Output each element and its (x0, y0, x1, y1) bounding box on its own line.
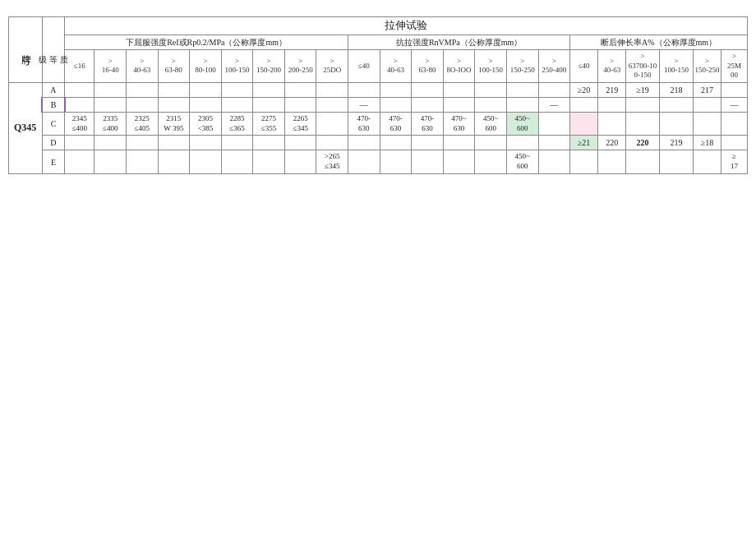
B-y4 (158, 97, 190, 112)
C-y1: 2345≤400 (65, 112, 94, 135)
quality-header: 质等级 (42, 17, 64, 83)
E-e6: ≥17 (721, 150, 747, 173)
A-y5 (190, 82, 222, 97)
C-t1: 470-630 (348, 112, 380, 135)
E-t4 (443, 150, 475, 173)
tensile-col-1: ≤40 (348, 49, 380, 82)
elong-col-4: >100-150 (660, 49, 694, 82)
B-e2 (598, 97, 626, 112)
C-y7: 2275≤355 (253, 112, 285, 135)
B-y7 (253, 97, 285, 112)
B-e1 (570, 97, 598, 112)
quality-D: D (42, 136, 64, 150)
A-t4 (443, 82, 475, 97)
C-e1 (570, 112, 598, 135)
E-e1 (570, 150, 598, 173)
quality-E: E (42, 150, 64, 173)
yield-col-7: >150-200 (253, 49, 285, 82)
D-y8 (284, 136, 316, 150)
B-y2 (94, 97, 127, 112)
B-y3 (126, 97, 158, 112)
elong-col-3: >63700-100-150 (626, 49, 660, 82)
E-y7 (253, 150, 285, 173)
B-t2 (380, 97, 412, 112)
elong-col-5: >150-250 (693, 49, 721, 82)
A-e3: ≥19 (626, 82, 660, 97)
D-t6 (506, 136, 538, 150)
E-e3 (626, 150, 660, 173)
C-e5 (693, 112, 721, 135)
E-t5 (475, 150, 507, 173)
C-y9 (316, 112, 348, 135)
elong-col-2: >40-63 (598, 49, 626, 82)
B-e4 (660, 97, 694, 112)
elong-col-1: ≤40 (570, 49, 598, 82)
B-y6 (221, 97, 253, 112)
E-y3 (126, 150, 158, 173)
D-y3 (126, 136, 158, 150)
A-y7 (253, 82, 285, 97)
A-t6 (506, 82, 538, 97)
tensile-col-7: >250-400 (538, 49, 570, 82)
D-t3 (412, 136, 444, 150)
E-t6: 450~600 (506, 150, 538, 173)
B-e3 (626, 97, 660, 112)
tensile-col-6: >150-250 (506, 49, 538, 82)
A-y2 (94, 82, 127, 97)
D-y4 (158, 136, 190, 150)
yield-col-5: >80-100 (190, 49, 222, 82)
E-y6 (221, 150, 253, 173)
C-t2: 470-630 (380, 112, 412, 135)
E-e2 (598, 150, 626, 173)
D-e3: 220 (626, 136, 660, 150)
E-y2 (94, 150, 127, 173)
tensile-col-4: >8O-IOO (443, 49, 475, 82)
B-y5 (190, 97, 222, 112)
yield-col-9: >25DO (316, 49, 348, 82)
yield-col-4: >63-80 (158, 49, 190, 82)
E-y4 (158, 150, 190, 173)
C-y6: 2285≤365 (221, 112, 253, 135)
A-e6 (721, 82, 747, 97)
tensile-col-2: >40-63 (380, 49, 412, 82)
E-y9: >265≤345 (316, 150, 348, 173)
B-t3 (412, 97, 444, 112)
D-t5 (475, 136, 507, 150)
E-t7 (538, 150, 570, 173)
A-y1 (65, 82, 94, 97)
D-t2 (380, 136, 412, 150)
C-y8: 2265≤345 (284, 112, 316, 135)
B-t1: — (348, 97, 380, 112)
A-y6 (221, 82, 253, 97)
C-e3 (626, 112, 660, 135)
A-e2: 219 (598, 82, 626, 97)
C-y2: 2335≤400 (94, 112, 127, 135)
D-y6 (221, 136, 253, 150)
yield-col-3: >40-63 (126, 49, 158, 82)
tensile-col-5: >100-150 (475, 49, 507, 82)
C-t3: 470-630 (412, 112, 444, 135)
B-t6 (506, 97, 538, 112)
A-y4 (158, 82, 190, 97)
quality-B: B (42, 97, 64, 112)
C-y5: 2305<385 (190, 112, 222, 135)
yield-col-2: >16-40 (94, 49, 127, 82)
D-y5 (190, 136, 222, 150)
D-t1 (348, 136, 380, 150)
A-t5 (475, 82, 507, 97)
B-t5 (475, 97, 507, 112)
C-e4 (660, 112, 694, 135)
yield-section-header: 下屈服强度ReI或Rp0.2/MPa（公称厚度mm） (65, 35, 348, 49)
yield-col-1: ≤16 (65, 49, 94, 82)
quality-A: A (42, 82, 64, 97)
A-e1: ≥20 (570, 82, 598, 97)
C-t5: 450~600 (475, 112, 507, 135)
A-t3 (412, 82, 444, 97)
B-y9 (316, 97, 348, 112)
D-e1: ≥21 (570, 136, 598, 150)
A-e5: 217 (693, 82, 721, 97)
D-y1 (65, 136, 94, 150)
A-y8 (284, 82, 316, 97)
E-y1 (65, 150, 94, 173)
A-t7 (538, 82, 570, 97)
